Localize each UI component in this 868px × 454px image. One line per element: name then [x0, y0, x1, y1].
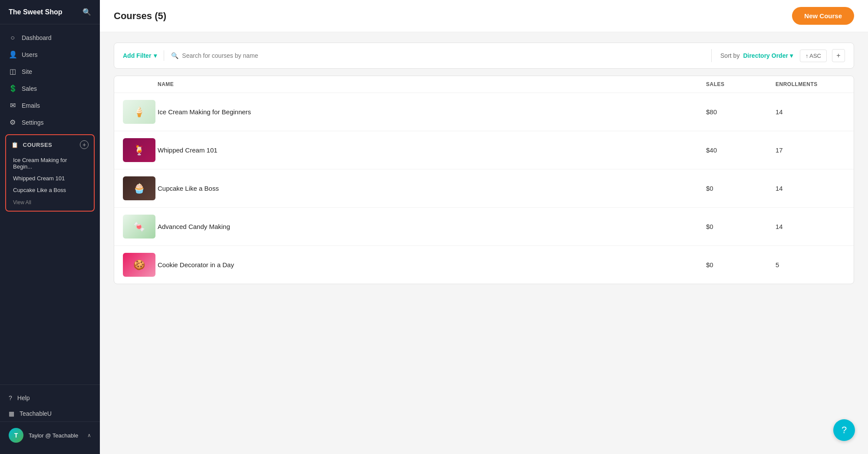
- add-column-button[interactable]: +: [832, 49, 845, 62]
- sidebar-item-help[interactable]: ? Help: [0, 390, 100, 406]
- table-header: NAME SALES ENROLLMENTS: [114, 76, 854, 93]
- sidebar-course-item[interactable]: Whipped Cream 101: [11, 172, 89, 184]
- table-row[interactable]: 🧁 Cupcake Like a Boss $0 14: [114, 169, 854, 208]
- page-title: Courses (5): [114, 10, 166, 22]
- sidebar: The Sweet Shop 🔍 ○ Dashboard👤 Users◫ Sit…: [0, 0, 100, 454]
- courses-add-button[interactable]: +: [80, 140, 89, 149]
- course-name: Cookie Decorator in a Day: [158, 261, 706, 268]
- sidebar-footer-label: Help: [17, 394, 30, 401]
- course-name: Whipped Cream 101: [158, 146, 706, 154]
- course-thumbnail: 🍦: [123, 100, 155, 124]
- divider: [164, 50, 164, 61]
- table-row[interactable]: 🍦 Ice Cream Making for Beginners $80 14: [114, 93, 854, 131]
- sidebar-item-site[interactable]: ◫ Site: [0, 63, 100, 80]
- course-thumbnail: 🍬: [123, 215, 155, 239]
- course-name: Ice Cream Making for Beginners: [158, 108, 706, 116]
- sidebar-course-item[interactable]: Ice Cream Making for Begin...: [11, 154, 89, 172]
- col-sales: SALES: [706, 81, 776, 87]
- search-icon[interactable]: 🔍: [83, 8, 91, 16]
- avatar: T: [9, 428, 23, 443]
- course-enrollments: 14: [776, 223, 845, 230]
- new-course-button[interactable]: New Course: [792, 7, 854, 25]
- table-row[interactable]: 🍪 Cookie Decorator in a Day $0 5: [114, 246, 854, 284]
- sort-select[interactable]: Directory Order ▾: [743, 52, 792, 59]
- course-enrollments: 14: [776, 185, 845, 192]
- dashboard-icon: ○: [9, 34, 17, 42]
- emails-icon: ✉: [9, 101, 17, 109]
- course-sales: $0: [706, 185, 776, 192]
- teachableu-icon: ▦: [9, 410, 14, 417]
- user-name: Taylor @ Teachable: [29, 432, 82, 439]
- sidebar-item-label: Emails: [22, 102, 40, 109]
- course-name: Advanced Candy Making: [158, 223, 706, 230]
- sort-label: Sort by: [720, 52, 739, 59]
- sort-order-button[interactable]: ↑ ASC: [800, 50, 827, 62]
- sidebar-footer: ? Help▦ TeachableU T Taylor @ Teachable …: [0, 384, 100, 454]
- sidebar-item-settings[interactable]: ⚙ Settings: [0, 114, 100, 131]
- chevron-down-icon: ▾: [154, 52, 157, 59]
- sort-section: Sort by Directory Order ▾ ↑ ASC +: [711, 49, 845, 62]
- course-thumbnail: 🍪: [123, 253, 155, 277]
- courses-section: 📋 COURSES + Ice Cream Making for Begin..…: [5, 134, 95, 212]
- course-enrollments: 17: [776, 146, 845, 154]
- search-icon: 🔍: [171, 52, 178, 59]
- sidebar-item-label: Dashboard: [22, 34, 52, 41]
- sidebar-footer-label: TeachableU: [20, 410, 52, 417]
- content-area: Add Filter ▾ 🔍 Sort by Directory Order ▾…: [100, 32, 868, 454]
- course-thumbnail: 🧁: [123, 176, 155, 200]
- main-content: Courses (5) New Course Add Filter ▾ 🔍 So…: [100, 0, 868, 454]
- sales-icon: 💲: [9, 84, 17, 93]
- main-header: Courses (5) New Course: [100, 0, 868, 32]
- site-icon: ◫: [9, 67, 17, 76]
- col-name: NAME: [158, 81, 706, 87]
- sidebar-item-teachableu[interactable]: ▦ TeachableU: [0, 406, 100, 421]
- table-row[interactable]: 🍹 Whipped Cream 101 $40 17: [114, 131, 854, 169]
- course-enrollments: 14: [776, 108, 845, 116]
- app-name: The Sweet Shop: [9, 8, 63, 16]
- course-name: Cupcake Like a Boss: [158, 185, 706, 192]
- chevron-down-icon: ▾: [790, 52, 793, 59]
- sidebar-item-label: Sales: [22, 85, 37, 92]
- search-input[interactable]: [182, 52, 704, 59]
- course-thumbnail: 🍹: [123, 138, 155, 162]
- view-all-link[interactable]: View All: [11, 196, 89, 205]
- user-profile[interactable]: T Taylor @ Teachable ∧: [0, 421, 100, 449]
- sidebar-item-users[interactable]: 👤 Users: [0, 46, 100, 63]
- users-icon: 👤: [9, 50, 17, 59]
- sidebar-course-item[interactable]: Cupcake Like a Boss: [11, 184, 89, 196]
- table-row[interactable]: 🍬 Advanced Candy Making $0 14: [114, 208, 854, 246]
- help-icon: ?: [9, 394, 12, 401]
- search-wrapper: 🔍: [171, 52, 704, 59]
- col-thumb: [123, 81, 158, 87]
- course-enrollments: 5: [776, 261, 845, 268]
- sidebar-item-label: Site: [22, 68, 32, 75]
- courses-section-header: 📋 COURSES +: [11, 140, 89, 149]
- add-filter-button[interactable]: Add Filter ▾: [123, 52, 157, 59]
- help-button[interactable]: ?: [833, 419, 855, 441]
- course-sales: $0: [706, 223, 776, 230]
- chevron-up-icon: ∧: [87, 432, 91, 438]
- courses-table: NAME SALES ENROLLMENTS 🍦 Ice Cream Makin…: [114, 76, 854, 284]
- course-sales: $0: [706, 261, 776, 268]
- filter-bar: Add Filter ▾ 🔍 Sort by Directory Order ▾…: [114, 43, 854, 69]
- sidebar-nav: ○ Dashboard👤 Users◫ Site💲 Sales✉ Emails⚙…: [0, 24, 100, 384]
- sidebar-item-label: Users: [22, 51, 38, 58]
- sidebar-header: The Sweet Shop 🔍: [0, 0, 100, 24]
- sidebar-item-sales[interactable]: 💲 Sales: [0, 80, 100, 97]
- sidebar-item-label: Settings: [22, 119, 44, 126]
- sidebar-item-emails[interactable]: ✉ Emails: [0, 97, 100, 114]
- col-enrollments: ENROLLMENTS: [776, 81, 845, 87]
- course-sales: $40: [706, 146, 776, 154]
- sidebar-item-dashboard[interactable]: ○ Dashboard: [0, 30, 100, 46]
- settings-icon: ⚙: [9, 118, 17, 126]
- courses-section-title: 📋 COURSES: [11, 142, 52, 148]
- tablet-icon: 📋: [11, 142, 19, 148]
- course-sales: $80: [706, 108, 776, 116]
